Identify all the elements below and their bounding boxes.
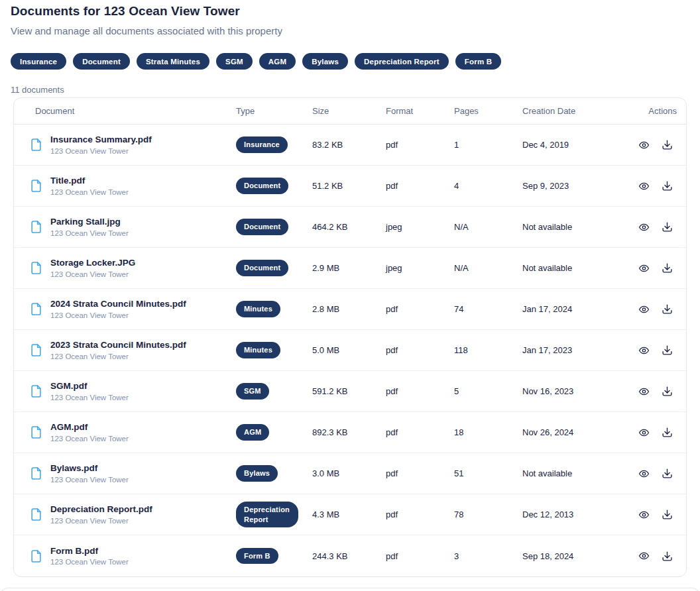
download-button[interactable] <box>662 139 673 150</box>
download-icon <box>662 139 673 150</box>
eye-icon <box>638 427 650 438</box>
type-cell: Insurance <box>236 136 312 153</box>
table-row: Storage Locker.JPG 123 Ocean View Tower … <box>14 248 686 289</box>
view-button[interactable] <box>638 304 650 315</box>
filter-pill-agm[interactable]: AGM <box>259 53 296 70</box>
document-cell: AGM.pdf 123 Ocean View Tower <box>14 422 236 443</box>
download-button[interactable] <box>662 303 673 315</box>
format-cell: pdf <box>386 468 454 478</box>
view-button[interactable] <box>638 140 650 150</box>
document-name: Title.pdf <box>50 176 129 187</box>
actions-cell <box>624 221 686 233</box>
format-cell: pdf <box>386 551 454 561</box>
pages-cell: 74 <box>454 304 522 314</box>
view-button[interactable] <box>638 468 650 479</box>
date-cell: Dec 4, 2019 <box>522 140 624 150</box>
download-button[interactable] <box>662 509 673 520</box>
date-cell: Jan 17, 2024 <box>522 304 624 314</box>
view-button[interactable] <box>638 427 650 438</box>
table-row: 2024 Strata Council Minutes.pdf 123 Ocea… <box>14 289 686 330</box>
actions-cell <box>624 386 686 397</box>
filter-pill-document[interactable]: Document <box>73 53 130 70</box>
file-icon <box>30 179 42 193</box>
eye-icon <box>638 345 650 356</box>
download-button[interactable] <box>662 221 673 233</box>
download-icon <box>662 468 673 479</box>
download-icon <box>662 303 673 315</box>
document-property: 123 Ocean View Tower <box>50 476 129 484</box>
download-icon <box>662 180 673 191</box>
document-text: AGM.pdf 123 Ocean View Tower <box>50 422 129 443</box>
type-badge: Document <box>236 260 288 276</box>
eye-icon <box>638 181 650 191</box>
next-section-edge <box>1 588 699 591</box>
document-name: Insurance Summary.pdf <box>50 134 152 146</box>
date-cell: Dec 12, 2013 <box>522 510 624 519</box>
document-text: SGM.pdf 123 Ocean View Tower <box>50 381 129 402</box>
file-icon <box>30 302 42 316</box>
download-button[interactable] <box>662 468 673 479</box>
document-cell: 2024 Strata Council Minutes.pdf 123 Ocea… <box>14 299 236 319</box>
download-button[interactable] <box>662 180 673 191</box>
view-button[interactable] <box>638 551 650 561</box>
filter-pill-strata-minutes[interactable]: Strata Minutes <box>137 53 209 70</box>
type-badge: Minutes <box>236 342 280 358</box>
document-property: 123 Ocean View Tower <box>50 188 129 196</box>
pages-cell: 4 <box>454 181 522 191</box>
actions-cell <box>624 345 686 356</box>
view-button[interactable] <box>638 386 650 397</box>
file-icon <box>30 261 42 275</box>
table-row: Insurance Summary.pdf 123 Ocean View Tow… <box>14 125 686 166</box>
format-cell: pdf <box>386 140 454 150</box>
download-button[interactable] <box>662 345 673 356</box>
column-header-creation-date: Creation Date <box>522 106 624 116</box>
view-button[interactable] <box>638 263 650 274</box>
date-cell: Not available <box>522 263 624 273</box>
actions-cell <box>624 139 686 150</box>
document-text: Form B.pdf 123 Ocean View Tower <box>50 546 129 566</box>
download-icon <box>662 262 673 274</box>
size-cell: 591.2 KB <box>312 386 386 396</box>
download-button[interactable] <box>662 386 673 397</box>
pages-cell: 1 <box>454 140 522 150</box>
date-cell: Sep 18, 2024 <box>522 551 624 561</box>
document-name: Parking Stall.jpg <box>50 217 129 228</box>
size-cell: 83.2 KB <box>312 140 386 150</box>
download-button[interactable] <box>662 551 673 562</box>
view-button[interactable] <box>638 222 650 233</box>
type-badge: Document <box>236 178 288 194</box>
filter-pill-depreciation-report[interactable]: Depreciation Report <box>355 53 449 70</box>
actions-cell <box>624 427 686 438</box>
document-cell: Parking Stall.jpg 123 Ocean View Tower <box>14 217 236 237</box>
date-cell: Sep 9, 2023 <box>522 181 624 191</box>
pages-cell: 118 <box>454 345 522 355</box>
eye-icon <box>638 140 650 150</box>
download-button[interactable] <box>662 427 673 438</box>
type-badge: Document <box>236 219 288 235</box>
view-button[interactable] <box>638 181 650 191</box>
type-cell: AGM <box>236 424 312 441</box>
filter-pill-insurance[interactable]: Insurance <box>11 53 66 70</box>
filter-pill-label: Document <box>82 58 121 66</box>
column-header-size: Size <box>312 106 386 116</box>
filter-pill-sgm[interactable]: SGM <box>216 53 253 70</box>
pages-cell: N/A <box>454 222 522 232</box>
document-property: 123 Ocean View Tower <box>50 229 129 237</box>
type-badge: Minutes <box>236 301 280 317</box>
filter-pill-form-b[interactable]: Form B <box>455 53 501 70</box>
table-row: 2023 Strata Council Minutes.pdf 123 Ocea… <box>14 330 686 371</box>
table-row: SGM.pdf 123 Ocean View Tower SGM 591.2 K… <box>14 371 686 412</box>
document-text: Title.pdf 123 Ocean View Tower <box>50 176 129 196</box>
filter-pill-bylaws[interactable]: Bylaws <box>302 53 348 70</box>
actions-cell <box>624 180 686 191</box>
download-button[interactable] <box>662 262 673 274</box>
eye-icon <box>638 222 650 233</box>
format-cell: pdf <box>386 510 454 519</box>
view-button[interactable] <box>638 510 650 520</box>
document-cell: SGM.pdf 123 Ocean View Tower <box>14 381 236 402</box>
table-row: AGM.pdf 123 Ocean View Tower AGM 892.3 K… <box>14 412 686 453</box>
document-property: 123 Ocean View Tower <box>50 558 129 566</box>
document-text: 2024 Strata Council Minutes.pdf 123 Ocea… <box>50 299 186 319</box>
view-button[interactable] <box>638 345 650 356</box>
type-cell: SGM <box>236 383 312 400</box>
